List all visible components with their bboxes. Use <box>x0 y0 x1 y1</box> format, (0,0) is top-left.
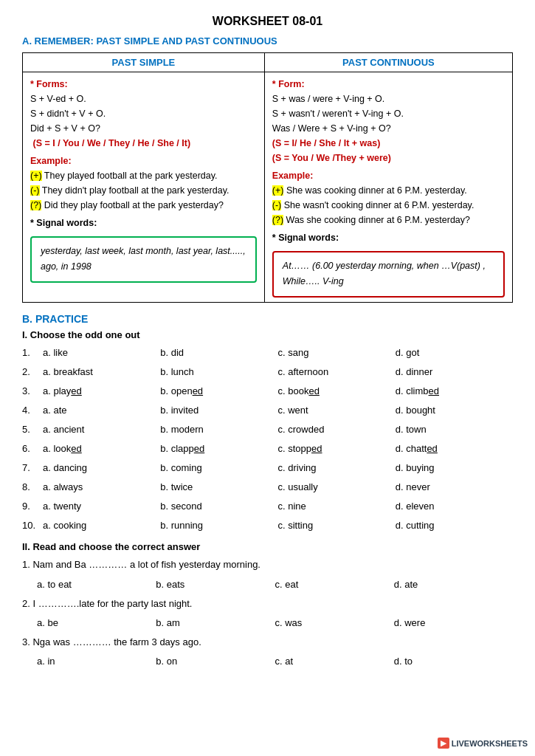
ps-example-label: Example: <box>30 156 72 166</box>
ps-form2: S + didn't + V + O. <box>30 106 257 121</box>
pc-form3: Was / Were + S + V-ing + O? <box>272 121 505 136</box>
list-item: a. be b. am c. was d. were <box>22 615 513 631</box>
forms-label: * Forms: <box>30 79 68 89</box>
lw-text: LIVEWORKSHEETS <box>452 739 528 748</box>
list-item: 2. I ………….late for the party last night. <box>22 596 513 612</box>
ps-signal-label: * Signal words: <box>30 218 97 228</box>
ps-form1: S + V-ed + O. <box>30 92 257 106</box>
table-row: 2. a. breakfast b. lunch c. afternoon d.… <box>22 364 513 380</box>
ps-ex-q: (?) Did they play football at the park y… <box>30 198 257 213</box>
list-item: a. to eat b. eats c. eat d. ate <box>22 577 513 593</box>
table-row: 10. a. cooking b. running c. sitting d. … <box>22 518 513 534</box>
ps-form4: (S = I / You / We / They / He / She / It… <box>30 136 257 151</box>
table-row: 9. a. twenty b. second c. nine d. eleven <box>22 498 513 515</box>
exercise2-title: II. Read and choose the correct answer <box>22 541 513 552</box>
table-row: 1. a. like b. did c. sang d. got <box>22 345 513 361</box>
table-row: 5. a. ancient b. modern c. crowded d. to… <box>22 422 513 438</box>
list-item: 1. Nam and Ba ………… a lot of fish yesterd… <box>22 557 513 573</box>
pc-ex-plus: (+) She was cooking dinner at 6 P.M. yes… <box>272 183 505 198</box>
pc-form1: S + was / were + V-ing + O. <box>272 92 505 106</box>
col1-header: PAST SIMPLE <box>23 53 265 72</box>
grammar-table: PAST SIMPLE PAST CONTINUOUS * Forms: S +… <box>22 52 513 303</box>
exercise2-section: II. Read and choose the correct answer 1… <box>22 541 513 670</box>
ps-ex-minus: (-) They didn't play football at the par… <box>30 183 257 198</box>
list-item: a. in b. on c. at d. to <box>22 653 513 670</box>
table-row: 7. a. dancing b. coming c. driving d. bu… <box>22 460 513 476</box>
pc-form2: S + wasn't / weren't + V-ing + O. <box>272 106 505 121</box>
pc-form-label: * Form: <box>272 79 305 89</box>
exercise1-title: I. Choose the odd one out <box>22 329 513 340</box>
pc-ex-q: (?) Was she cooking dinner at 6 P.M. yes… <box>272 213 505 227</box>
pc-ex-minus: (-) She wasn't cooking dinner at 6 P.M. … <box>272 198 505 213</box>
past-continuous-content: * Form: S + was / were + V-ing + O. S + … <box>264 72 512 303</box>
liveworksheets-branding: ▶ LIVEWORKSHEETS <box>438 738 528 749</box>
pc-signal-label: * Signal words: <box>272 233 339 243</box>
exercise1-list: 1. a. like b. did c. sang d. got 2. a. b… <box>22 345 513 535</box>
pc-example-label: Example: <box>272 171 314 181</box>
ps-form3: Did + S + V + O? <box>30 121 257 136</box>
ps-ex-plus: (+) They played football at the park yes… <box>30 168 257 183</box>
ps-signal-text: yesterday, last week, last month, last y… <box>41 246 246 272</box>
pc-note2: (S = You / We /They + were) <box>272 151 505 165</box>
section-b-title: B. PRACTICE <box>22 313 513 325</box>
col2-header: PAST CONTINUOUS <box>264 53 512 72</box>
past-simple-content: * Forms: S + V-ed + O. S + didn't + V + … <box>23 72 265 303</box>
lw-logo: ▶ <box>438 738 449 749</box>
table-row: 3. a. played b. opened c. booked d. clim… <box>22 383 513 399</box>
table-row: 8. a. always b. twice c. usually d. neve… <box>22 479 513 495</box>
pc-note1: (S = I/ He / She / It + was) <box>272 136 505 151</box>
section-a-title: A. REMEMBER: PAST SIMPLE AND PAST CONTIN… <box>22 35 513 47</box>
page-title: WORKSHEET 08-01 <box>22 15 513 28</box>
table-row: 4. a. ate b. invited c. went d. bought <box>22 402 513 419</box>
pc-signal-text: At…… (6.00 yesterday morning, when …V(pa… <box>283 261 486 286</box>
table-row: 6. a. looked b. clapped c. stopped d. ch… <box>22 441 513 457</box>
pc-signal-box: At…… (6.00 yesterday morning, when …V(pa… <box>272 251 505 298</box>
list-item: 3. Nga was ………… the farm 3 days ago. <box>22 634 513 650</box>
ps-signal-box: yesterday, last week, last month, last y… <box>30 236 257 283</box>
